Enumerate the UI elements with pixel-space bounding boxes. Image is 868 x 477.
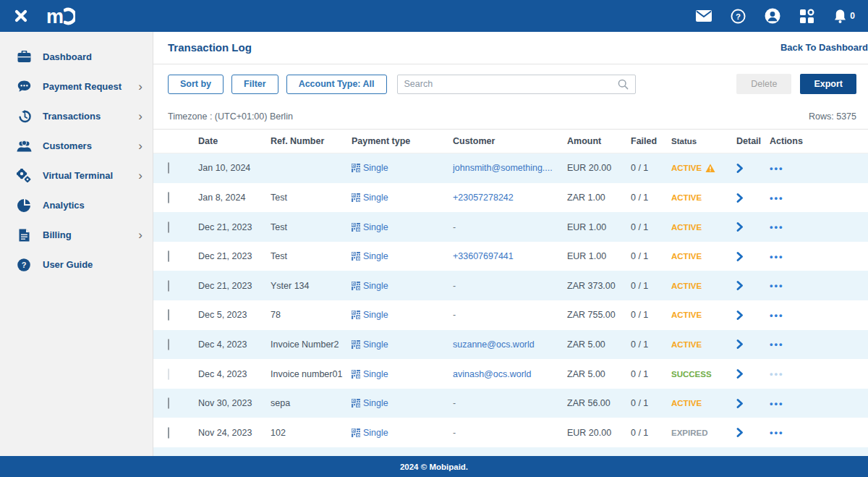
sidebar-item-dashboard[interactable]: Dashboard — [0, 42, 153, 72]
payment-type-link[interactable]: Single — [363, 310, 388, 320]
actions-menu-icon[interactable]: ••• — [770, 398, 784, 409]
row-checkbox[interactable] — [168, 280, 169, 292]
cell-date: Jan 10, 2024 — [198, 163, 271, 173]
mobipaid-logo[interactable]: m — [46, 7, 75, 25]
actions-menu-icon[interactable]: ••• — [770, 368, 784, 379]
detail-chevron-icon[interactable] — [736, 222, 744, 232]
payment-type-link[interactable]: Single — [363, 251, 388, 261]
table-row: Dec 21, 2023 Yster 134 Single - ZAR 373.… — [153, 271, 868, 300]
sort-by-button[interactable]: Sort by — [168, 75, 224, 94]
search-icon[interactable] — [618, 79, 629, 90]
detail-chevron-icon[interactable] — [736, 428, 744, 437]
payment-type-link[interactable]: Single — [363, 163, 388, 173]
account-type-button[interactable]: Account Type: All — [286, 75, 387, 94]
sidebar-item-user-guide[interactable]: ? User Guide — [0, 250, 153, 279]
detail-chevron-icon[interactable] — [736, 369, 744, 379]
customer-link[interactable]: johnsmith@something.... — [453, 163, 553, 173]
col-failed[interactable]: Failed — [631, 136, 671, 146]
payment-type-link[interactable]: Single — [363, 281, 388, 291]
export-button[interactable]: Export — [800, 74, 856, 94]
qr-code-icon — [352, 399, 360, 408]
row-checkbox[interactable] — [168, 309, 169, 321]
table-row: Jan 8, 2024 Test Single +23057278242 ZAR… — [153, 183, 868, 213]
detail-chevron-icon[interactable] — [736, 339, 744, 349]
history-icon — [16, 110, 32, 123]
row-checkbox[interactable] — [168, 397, 169, 409]
payment-type-link[interactable]: Single — [363, 339, 388, 350]
status-label: SUCCESS — [671, 370, 712, 379]
actions-menu-icon[interactable]: ••• — [770, 427, 784, 438]
sidebar-item-payment-request[interactable]: Payment Request › — [0, 72, 153, 101]
sidebar-item-analytics[interactable]: Analytics — [0, 190, 153, 220]
search-input[interactable] — [404, 79, 618, 89]
row-checkbox[interactable] — [168, 192, 169, 203]
customer-link[interactable]: suzanne@ocs.world — [453, 339, 535, 350]
col-date[interactable]: Date — [198, 136, 271, 146]
account-icon[interactable] — [765, 8, 780, 24]
row-checkbox[interactable] — [168, 250, 169, 262]
sidebar-item-virtual-terminal[interactable]: Virtual Terminal › — [0, 161, 153, 190]
back-to-dashboard-link[interactable]: Back To Dashboard — [780, 42, 868, 53]
cell-amount: EUR 1.00 — [567, 222, 631, 232]
payment-type-link[interactable]: Single — [363, 428, 388, 438]
cell-payment-type: Single — [352, 193, 453, 203]
detail-chevron-icon[interactable] — [736, 193, 744, 203]
payment-type-link[interactable]: Single — [363, 222, 388, 232]
actions-menu-icon[interactable]: ••• — [770, 310, 784, 321]
actions-menu-icon[interactable]: ••• — [770, 221, 784, 232]
customer-link[interactable]: +33607697441 — [453, 251, 514, 261]
close-menu-icon[interactable] — [10, 5, 32, 27]
actions-menu-icon[interactable]: ••• — [770, 280, 784, 291]
payment-type-link[interactable]: Single — [363, 398, 388, 408]
customer-link[interactable]: avinash@ocs.world — [453, 369, 532, 379]
detail-chevron-icon[interactable] — [736, 281, 744, 290]
col-status[interactable]: Status — [671, 137, 731, 145]
partial-row — [153, 447, 868, 456]
row-checkbox[interactable] — [168, 368, 169, 380]
payment-type-link[interactable]: Single — [363, 193, 388, 203]
detail-chevron-icon[interactable] — [736, 311, 744, 320]
col-amount[interactable]: Amount — [567, 136, 631, 146]
cell-payment-type: Single — [352, 398, 453, 408]
cell-failed: 0 / 1 — [631, 163, 671, 173]
apps-grid-icon[interactable] — [799, 9, 814, 24]
qr-code-icon — [352, 223, 360, 232]
timezone-label: Timezone : (UTC+01:00) Berlin — [168, 111, 293, 122]
cell-amount: EUR 20.00 — [567, 163, 631, 173]
row-checkbox[interactable] — [168, 427, 169, 439]
cell-date: Dec 21, 2023 — [198, 281, 271, 291]
svg-text:?: ? — [736, 12, 741, 20]
payment-type-link[interactable]: Single — [363, 369, 388, 379]
actions-menu-icon[interactable]: ••• — [770, 163, 784, 174]
col-ref-number[interactable]: Ref. Number — [271, 136, 352, 146]
actions-menu-icon[interactable]: ••• — [770, 339, 784, 350]
page-header: Transaction Log Back To Dashboard — [153, 32, 868, 64]
copyright-text: 2024 © Mobipaid. — [400, 463, 468, 471]
row-checkbox[interactable] — [168, 162, 169, 174]
row-checkbox[interactable] — [168, 221, 169, 233]
document-icon — [16, 229, 32, 242]
delete-button[interactable]: Delete — [736, 74, 791, 94]
chevron-right-icon: › — [138, 80, 142, 93]
sidebar-item-billing[interactable]: Billing › — [0, 220, 153, 250]
table-row: Nov 24, 2023 102 Single - EUR 20.00 0 / … — [153, 418, 868, 447]
sidebar-item-customers[interactable]: Customers › — [0, 131, 153, 161]
actions-menu-icon[interactable]: ••• — [770, 193, 784, 203]
detail-chevron-icon[interactable] — [736, 252, 744, 261]
detail-chevron-icon[interactable] — [736, 164, 744, 173]
detail-chevron-icon[interactable] — [736, 399, 744, 408]
mail-icon[interactable] — [696, 10, 712, 22]
filter-button[interactable]: Filter — [231, 75, 278, 94]
table-row: Dec 21, 2023 Test Single - EUR 1.00 0 / … — [153, 212, 868, 242]
help-icon[interactable]: ? — [731, 9, 746, 24]
cell-payment-type: Single — [352, 281, 453, 291]
row-checkbox[interactable] — [168, 339, 169, 350]
cell-ref-number: Test — [271, 193, 352, 203]
sidebar-item-transactions[interactable]: Transactions › — [0, 101, 153, 131]
notifications-bell-icon[interactable]: 0 — [833, 9, 855, 24]
table-header: Date Ref. Number Payment type Customer A… — [153, 130, 868, 153]
col-customer[interactable]: Customer — [453, 136, 567, 146]
col-payment-type[interactable]: Payment type — [352, 136, 453, 146]
customer-link[interactable]: +23057278242 — [453, 193, 514, 203]
actions-menu-icon[interactable]: ••• — [770, 251, 784, 262]
